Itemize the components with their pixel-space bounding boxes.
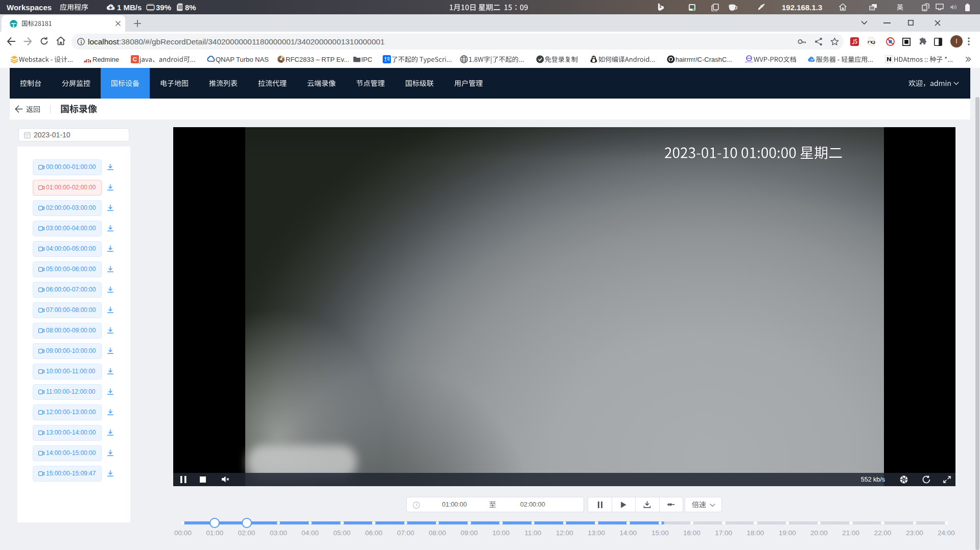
svg-text:WVP-PRO: WVP-PRO — [745, 61, 753, 63]
svg-text:C: C — [133, 56, 137, 62]
